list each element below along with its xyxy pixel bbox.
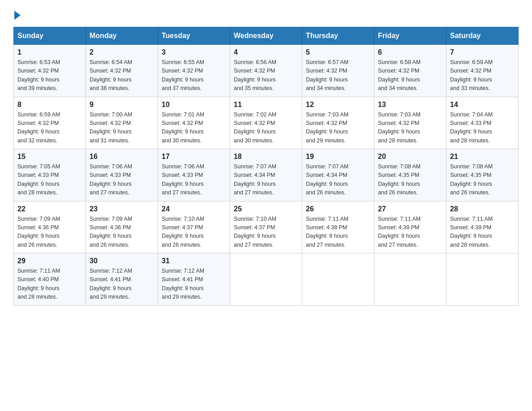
weekday-header-sunday: Sunday <box>14 27 86 45</box>
calendar-cell <box>374 253 446 306</box>
day-number: 26 <box>306 205 370 213</box>
day-info: Sunrise: 6:54 AMSunset: 4:32 PMDaylight:… <box>90 58 154 93</box>
calendar-cell <box>446 253 519 306</box>
day-info: Sunrise: 7:05 AMSunset: 4:33 PMDaylight:… <box>17 163 82 197</box>
day-number: 6 <box>378 48 442 56</box>
calendar-cell: 8Sunrise: 6:59 AMSunset: 4:32 PMDaylight… <box>14 97 86 149</box>
calendar-cell: 4Sunrise: 6:56 AMSunset: 4:32 PMDaylight… <box>230 45 302 97</box>
weekday-header-monday: Monday <box>86 27 158 45</box>
day-info: Sunrise: 7:11 AMSunset: 4:39 PMDaylight:… <box>450 215 515 250</box>
day-number: 16 <box>90 153 154 161</box>
day-number: 15 <box>17 153 82 161</box>
calendar-week-2: 8Sunrise: 6:59 AMSunset: 4:32 PMDaylight… <box>14 97 519 149</box>
weekday-header-wednesday: Wednesday <box>230 27 302 45</box>
day-info: Sunrise: 7:11 AMSunset: 4:40 PMDaylight:… <box>17 267 82 302</box>
calendar-cell: 31Sunrise: 7:12 AMSunset: 4:41 PMDayligh… <box>158 253 230 306</box>
calendar-cell <box>230 253 302 306</box>
day-number: 25 <box>234 205 298 213</box>
calendar-cell: 30Sunrise: 7:12 AMSunset: 4:41 PMDayligh… <box>86 253 158 306</box>
calendar-cell: 25Sunrise: 7:10 AMSunset: 4:37 PMDayligh… <box>230 201 302 253</box>
weekday-header-tuesday: Tuesday <box>158 27 230 45</box>
day-number: 3 <box>162 48 226 56</box>
calendar-cell: 28Sunrise: 7:11 AMSunset: 4:39 PMDayligh… <box>446 201 519 253</box>
day-number: 1 <box>17 48 82 56</box>
day-info: Sunrise: 7:00 AMSunset: 4:32 PMDaylight:… <box>90 111 154 146</box>
day-number: 31 <box>162 257 226 265</box>
calendar-cell: 23Sunrise: 7:09 AMSunset: 4:36 PMDayligh… <box>86 201 158 253</box>
day-number: 17 <box>162 153 226 161</box>
calendar-week-5: 29Sunrise: 7:11 AMSunset: 4:40 PMDayligh… <box>14 253 519 306</box>
day-info: Sunrise: 7:07 AMSunset: 4:34 PMDaylight:… <box>234 163 298 197</box>
calendar-week-3: 15Sunrise: 7:05 AMSunset: 4:33 PMDayligh… <box>14 149 519 201</box>
day-info: Sunrise: 7:12 AMSunset: 4:41 PMDaylight:… <box>162 267 226 302</box>
logo-top <box>13 9 21 20</box>
calendar-cell: 9Sunrise: 7:00 AMSunset: 4:32 PMDaylight… <box>86 97 158 149</box>
day-info: Sunrise: 7:07 AMSunset: 4:34 PMDaylight:… <box>306 163 370 197</box>
day-number: 10 <box>162 101 226 109</box>
weekday-header-row: SundayMondayTuesdayWednesdayThursdayFrid… <box>14 27 519 45</box>
day-info: Sunrise: 7:08 AMSunset: 4:35 PMDaylight:… <box>450 163 515 197</box>
day-info: Sunrise: 7:01 AMSunset: 4:32 PMDaylight:… <box>162 111 226 146</box>
day-number: 22 <box>17 205 82 213</box>
day-info: Sunrise: 7:08 AMSunset: 4:35 PMDaylight:… <box>378 163 442 197</box>
weekday-header-saturday: Saturday <box>446 27 519 45</box>
day-info: Sunrise: 6:53 AMSunset: 4:32 PMDaylight:… <box>17 58 82 93</box>
day-number: 12 <box>306 101 370 109</box>
day-info: Sunrise: 6:56 AMSunset: 4:32 PMDaylight:… <box>234 58 298 93</box>
calendar-cell: 12Sunrise: 7:03 AMSunset: 4:32 PMDayligh… <box>302 97 374 149</box>
day-info: Sunrise: 7:12 AMSunset: 4:41 PMDaylight:… <box>90 267 154 302</box>
calendar-week-1: 1Sunrise: 6:53 AMSunset: 4:32 PMDaylight… <box>14 45 519 97</box>
calendar-cell: 19Sunrise: 7:07 AMSunset: 4:34 PMDayligh… <box>302 149 374 201</box>
logo <box>13 9 21 18</box>
calendar-cell: 29Sunrise: 7:11 AMSunset: 4:40 PMDayligh… <box>14 253 86 306</box>
day-number: 30 <box>90 257 154 265</box>
calendar-cell: 2Sunrise: 6:54 AMSunset: 4:32 PMDaylight… <box>86 45 158 97</box>
day-number: 29 <box>17 257 82 265</box>
day-info: Sunrise: 6:57 AMSunset: 4:32 PMDaylight:… <box>306 58 370 93</box>
day-info: Sunrise: 6:58 AMSunset: 4:32 PMDaylight:… <box>378 58 442 93</box>
day-info: Sunrise: 7:06 AMSunset: 4:33 PMDaylight:… <box>90 163 154 197</box>
calendar-cell: 18Sunrise: 7:07 AMSunset: 4:34 PMDayligh… <box>230 149 302 201</box>
day-number: 27 <box>378 205 442 213</box>
day-number: 14 <box>450 101 515 109</box>
day-info: Sunrise: 7:03 AMSunset: 4:32 PMDaylight:… <box>306 111 370 146</box>
day-info: Sunrise: 7:11 AMSunset: 4:39 PMDaylight:… <box>378 215 442 250</box>
day-number: 4 <box>234 48 298 56</box>
calendar-cell: 26Sunrise: 7:11 AMSunset: 4:38 PMDayligh… <box>302 201 374 253</box>
calendar-cell: 20Sunrise: 7:08 AMSunset: 4:35 PMDayligh… <box>374 149 446 201</box>
day-info: Sunrise: 7:10 AMSunset: 4:37 PMDaylight:… <box>234 215 298 250</box>
calendar-cell: 7Sunrise: 6:59 AMSunset: 4:32 PMDaylight… <box>446 45 519 97</box>
calendar-cell: 5Sunrise: 6:57 AMSunset: 4:32 PMDaylight… <box>302 45 374 97</box>
day-info: Sunrise: 7:09 AMSunset: 4:36 PMDaylight:… <box>90 215 154 250</box>
logo-arrow-icon <box>14 11 21 20</box>
day-info: Sunrise: 7:03 AMSunset: 4:32 PMDaylight:… <box>378 111 442 146</box>
calendar-cell: 1Sunrise: 6:53 AMSunset: 4:32 PMDaylight… <box>14 45 86 97</box>
calendar-table: SundayMondayTuesdayWednesdayThursdayFrid… <box>13 27 519 306</box>
calendar-cell: 3Sunrise: 6:55 AMSunset: 4:32 PMDaylight… <box>158 45 230 97</box>
day-number: 20 <box>378 153 442 161</box>
calendar-cell: 15Sunrise: 7:05 AMSunset: 4:33 PMDayligh… <box>14 149 86 201</box>
day-number: 11 <box>234 101 298 109</box>
page-header <box>13 9 519 18</box>
day-number: 13 <box>378 101 442 109</box>
calendar-cell: 14Sunrise: 7:04 AMSunset: 4:33 PMDayligh… <box>446 97 519 149</box>
day-number: 8 <box>17 101 82 109</box>
calendar-header: SundayMondayTuesdayWednesdayThursdayFrid… <box>14 27 519 45</box>
weekday-header-thursday: Thursday <box>302 27 374 45</box>
calendar-cell: 16Sunrise: 7:06 AMSunset: 4:33 PMDayligh… <box>86 149 158 201</box>
day-info: Sunrise: 7:02 AMSunset: 4:32 PMDaylight:… <box>234 111 298 146</box>
calendar-cell: 11Sunrise: 7:02 AMSunset: 4:32 PMDayligh… <box>230 97 302 149</box>
calendar-cell: 24Sunrise: 7:10 AMSunset: 4:37 PMDayligh… <box>158 201 230 253</box>
day-info: Sunrise: 6:59 AMSunset: 4:32 PMDaylight:… <box>17 111 82 146</box>
day-number: 5 <box>306 48 370 56</box>
day-info: Sunrise: 6:59 AMSunset: 4:32 PMDaylight:… <box>450 58 515 93</box>
calendar-cell: 13Sunrise: 7:03 AMSunset: 4:32 PMDayligh… <box>374 97 446 149</box>
day-info: Sunrise: 6:55 AMSunset: 4:32 PMDaylight:… <box>162 58 226 93</box>
day-info: Sunrise: 7:10 AMSunset: 4:37 PMDaylight:… <box>162 215 226 250</box>
weekday-header-friday: Friday <box>374 27 446 45</box>
calendar-cell: 27Sunrise: 7:11 AMSunset: 4:39 PMDayligh… <box>374 201 446 253</box>
day-number: 9 <box>90 101 154 109</box>
day-info: Sunrise: 7:09 AMSunset: 4:36 PMDaylight:… <box>17 215 82 250</box>
day-number: 7 <box>450 48 515 56</box>
calendar-cell: 21Sunrise: 7:08 AMSunset: 4:35 PMDayligh… <box>446 149 519 201</box>
